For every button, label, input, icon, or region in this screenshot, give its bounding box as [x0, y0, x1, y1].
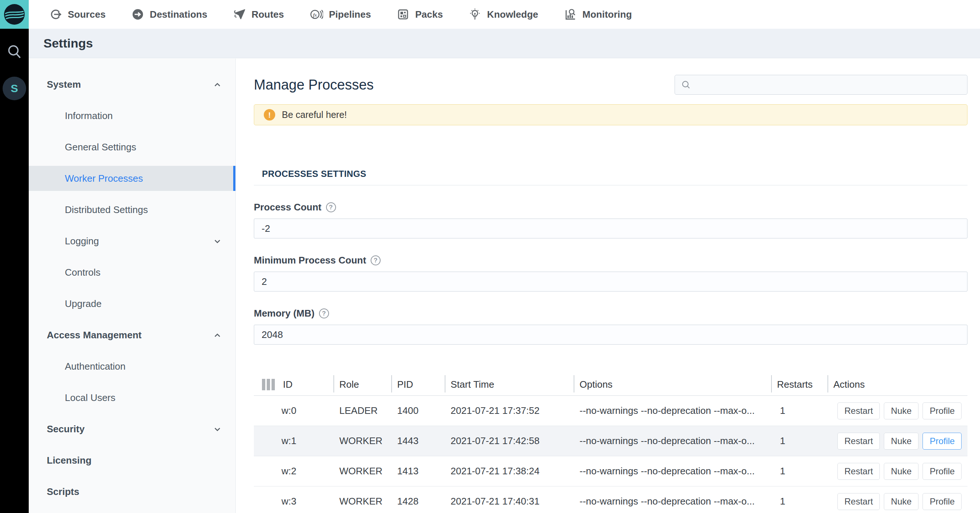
help-icon[interactable]	[319, 309, 329, 319]
column-header-restarts[interactable]: Restarts	[772, 374, 828, 395]
nuke-button[interactable]: Nuke	[884, 463, 918, 480]
nuke-button[interactable]: Nuke	[884, 402, 918, 419]
avatar-initial: S	[11, 82, 18, 95]
routes-icon	[233, 8, 246, 21]
column-header-label: ID	[283, 379, 293, 390]
column-header-actions: Actions	[828, 374, 967, 395]
cell-role: WORKER	[334, 435, 392, 447]
cell-pid: 1443	[392, 435, 445, 447]
sidebar-item-label: General Settings	[65, 142, 136, 153]
sidebar-item-system[interactable]: System	[29, 69, 235, 100]
help-icon[interactable]	[326, 202, 336, 212]
sidebar-item-label: Local Users	[65, 392, 115, 403]
sidebar-item-label: Controls	[65, 267, 100, 278]
section-title-processes-settings: PROCESSES SETTINGS	[254, 169, 967, 185]
sidebar-item-label: Access Management	[47, 330, 142, 341]
sidebar-item-local-users[interactable]: Local Users	[29, 382, 235, 414]
cell-role: LEADER	[334, 405, 392, 416]
nav-item-monitoring[interactable]: Monitoring	[564, 8, 632, 21]
cell-id: w:3	[254, 495, 334, 507]
profile-button[interactable]: Profile	[923, 493, 962, 510]
cell-restarts: 1	[772, 405, 828, 416]
nav-item-knowledge[interactable]: Knowledge	[469, 8, 538, 21]
restart-button[interactable]: Restart	[837, 402, 880, 419]
sidebar-item-upgrade[interactable]: Upgrade	[29, 288, 235, 320]
knowledge-icon	[469, 8, 481, 21]
sidebar-item-information[interactable]: Information	[29, 100, 235, 132]
warning-icon	[264, 109, 275, 121]
page-title: Settings	[43, 36, 93, 51]
table-row: w:3 WORKER 1428 2021-07-21 17:40:31 --no…	[254, 486, 967, 513]
warning-banner: Be careful here!	[254, 104, 967, 125]
nav-item-destinations[interactable]: Destinations	[132, 8, 207, 21]
restart-button[interactable]: Restart	[837, 493, 880, 510]
column-header-label: Restarts	[777, 379, 813, 390]
restart-button[interactable]: Restart	[837, 463, 880, 480]
nav-item-routes[interactable]: Routes	[233, 8, 284, 21]
memory-mb-input[interactable]	[254, 325, 967, 344]
chevron-up-icon	[213, 80, 222, 89]
column-header-options[interactable]: Options	[574, 374, 772, 395]
field-process-count: Process Count	[254, 202, 967, 239]
cell-actions: Restart Nuke Profile	[828, 463, 967, 480]
global-search-button[interactable]	[0, 43, 29, 61]
field-label: Process Count	[254, 202, 321, 213]
field-label: Memory (MB)	[254, 308, 315, 319]
field-memory-mb: Memory (MB)	[254, 308, 967, 344]
search-icon	[6, 43, 22, 61]
column-header-id[interactable]: ID	[254, 374, 334, 395]
column-header-pid[interactable]: PID	[392, 374, 445, 395]
nav-label: Packs	[415, 9, 443, 20]
monitoring-icon	[564, 8, 577, 21]
sidebar-item-worker-processes[interactable]: Worker Processes	[29, 166, 235, 191]
sidebar-item-security[interactable]: Security	[29, 414, 235, 445]
cell-restarts: 1	[772, 465, 828, 477]
nav-label: Monitoring	[582, 9, 632, 20]
profile-button[interactable]: Profile	[923, 463, 962, 480]
sidebar-item-access-management[interactable]: Access Management	[29, 320, 235, 351]
nuke-button[interactable]: Nuke	[884, 433, 918, 449]
column-header-role[interactable]: Role	[334, 374, 392, 395]
column-header-start-time[interactable]: Start Time	[445, 374, 574, 395]
sidebar-item-label: Security	[47, 424, 85, 435]
nav-item-pipelines[interactable]: fx Pipelines	[310, 8, 371, 21]
chevron-down-icon	[213, 425, 222, 434]
nuke-button[interactable]: Nuke	[884, 493, 918, 510]
profile-button[interactable]: Profile	[923, 402, 962, 419]
field-label-row: Memory (MB)	[254, 308, 967, 319]
sidebar-item-licensing[interactable]: Licensing	[29, 445, 235, 476]
minimum-process-count-input[interactable]	[254, 272, 967, 292]
cell-options: --no-warnings --no-deprecation --max-o..…	[574, 405, 772, 416]
field-minimum-process-count: Minimum Process Count	[254, 255, 967, 292]
sidebar-item-authentication[interactable]: Authentication	[29, 351, 235, 382]
avatar[interactable]: S	[3, 76, 26, 100]
field-label-row: Minimum Process Count	[254, 255, 967, 266]
settings-header-band: Settings	[29, 29, 980, 58]
main-content: Manage Processes Be careful here! PROCES…	[236, 59, 980, 513]
nav-item-sources[interactable]: Sources	[49, 8, 106, 21]
sidebar-item-distributed-settings[interactable]: Distributed Settings	[29, 194, 235, 226]
manage-processes-title: Manage Processes	[254, 77, 374, 93]
warning-text: Be careful here!	[282, 110, 347, 120]
processes-table: ID Role PID Start Time Options Restarts …	[254, 374, 967, 513]
nav-item-packs[interactable]: Packs	[397, 8, 443, 21]
profile-button-active[interactable]: Profile	[923, 433, 962, 449]
sidebar-item-controls[interactable]: Controls	[29, 257, 235, 288]
search-input[interactable]	[695, 75, 967, 94]
restart-button[interactable]: Restart	[837, 433, 880, 449]
help-icon[interactable]	[371, 255, 380, 265]
cell-id: w:2	[254, 465, 334, 477]
sidebar-item-label: Authentication	[65, 361, 126, 372]
process-count-input[interactable]	[254, 218, 967, 239]
sidebar-item-general-settings[interactable]: General Settings	[29, 132, 235, 163]
sidebar-item-label: Licensing	[47, 455, 91, 466]
cell-start-time: 2021-07-21 17:37:52	[445, 405, 574, 416]
sidebar-item-logging[interactable]: Logging	[29, 226, 235, 257]
columns-icon[interactable]	[262, 379, 275, 390]
cell-pid: 1428	[392, 495, 445, 507]
chevron-up-icon	[213, 331, 222, 340]
column-header-label: Actions	[834, 379, 865, 390]
cribl-logo[interactable]	[0, 0, 29, 29]
column-header-label: Role	[339, 379, 359, 390]
sidebar-item-scripts[interactable]: Scripts	[29, 476, 235, 507]
